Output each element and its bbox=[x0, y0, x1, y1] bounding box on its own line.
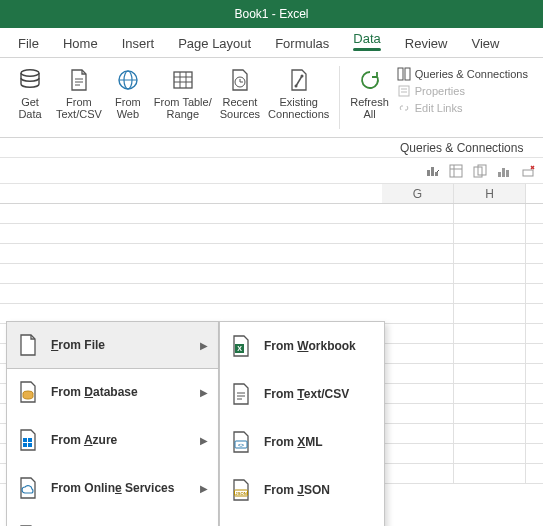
svg-rect-29 bbox=[502, 168, 505, 177]
database-file-icon bbox=[15, 379, 41, 405]
svg-rect-30 bbox=[506, 170, 509, 177]
properties-icon bbox=[397, 84, 411, 98]
menu-from-file[interactable]: From File ▶ bbox=[6, 321, 219, 369]
text-file-icon bbox=[65, 66, 93, 94]
from-text-csv-button[interactable]: From Text/CSV bbox=[52, 64, 106, 122]
recent-sources-button[interactable]: Recent Sources bbox=[216, 64, 264, 122]
ribbon-group-label-row: Queries & Connections bbox=[0, 138, 543, 158]
chevron-right-icon: ▶ bbox=[200, 483, 208, 494]
svg-rect-35 bbox=[23, 443, 27, 447]
svg-rect-34 bbox=[28, 438, 32, 442]
svg-rect-16 bbox=[405, 68, 410, 80]
cloud-icon bbox=[15, 475, 41, 501]
queries-connections-button[interactable]: Queries & Connections bbox=[395, 66, 530, 82]
json-file-icon: JSON bbox=[228, 477, 254, 503]
queries-connections-label: Queries & Connections bbox=[400, 141, 523, 155]
from-file-submenu: X From Workbook From Text/CSV <> From XM… bbox=[219, 321, 385, 526]
database-icon bbox=[16, 66, 44, 94]
column-header-g[interactable]: G bbox=[382, 184, 454, 203]
spreadsheet-grid[interactable]: G H From File ▶ From Database ▶ Fr bbox=[0, 184, 543, 526]
chevron-right-icon: ▶ bbox=[200, 387, 208, 398]
svg-point-0 bbox=[21, 70, 39, 76]
table-icon bbox=[169, 66, 197, 94]
svg-rect-33 bbox=[23, 438, 27, 442]
link-icon bbox=[397, 101, 411, 115]
connection-file-icon bbox=[285, 66, 313, 94]
svg-rect-28 bbox=[498, 172, 501, 177]
svg-rect-7 bbox=[174, 72, 192, 88]
xml-file-icon: <> bbox=[228, 429, 254, 455]
menu-from-other-sources[interactable]: From Other Sources ▶ bbox=[7, 512, 218, 526]
tab-review[interactable]: Review bbox=[393, 30, 460, 57]
globe-icon bbox=[114, 66, 142, 94]
title-bar: Book1 - Excel bbox=[0, 0, 543, 28]
tab-home[interactable]: Home bbox=[51, 30, 110, 57]
svg-rect-36 bbox=[28, 443, 32, 447]
svg-rect-21 bbox=[431, 167, 434, 176]
duplicate-icon[interactable] bbox=[473, 164, 487, 178]
from-web-button[interactable]: From Web bbox=[106, 64, 150, 122]
refresh-icon bbox=[356, 66, 384, 94]
properties-button: Properties bbox=[395, 83, 530, 99]
column-header-h[interactable]: H bbox=[454, 184, 526, 203]
refresh-all-button[interactable]: Refresh All bbox=[346, 64, 393, 122]
menu-from-text-csv[interactable]: From Text/CSV bbox=[220, 370, 384, 418]
tab-data[interactable]: Data bbox=[341, 25, 392, 57]
from-table-range-button[interactable]: From Table/ Range bbox=[150, 64, 216, 122]
ribbon-separator bbox=[339, 66, 340, 129]
tab-file[interactable]: File bbox=[6, 30, 51, 57]
ribbon-connections-list: Queries & Connections Properties Edit Li… bbox=[393, 66, 530, 116]
column-headers: G H bbox=[0, 184, 543, 204]
ribbon-group-queries-connections: Refresh All Queries & Connections Proper… bbox=[342, 62, 534, 137]
existing-connections-button[interactable]: Existing Connections bbox=[264, 64, 333, 122]
column-chart-icon[interactable] bbox=[497, 164, 511, 178]
menu-from-folder[interactable]: From Folder bbox=[220, 514, 384, 526]
menu-from-workbook[interactable]: X From Workbook bbox=[220, 322, 384, 370]
menu-from-online-services[interactable]: From Online Services ▶ bbox=[7, 464, 218, 512]
svg-rect-15 bbox=[398, 68, 403, 80]
ribbon: Get Data From Text/CSV From Web From Tab… bbox=[0, 58, 543, 138]
svg-rect-22 bbox=[435, 172, 438, 176]
menu-from-xml[interactable]: <> From XML bbox=[220, 418, 384, 466]
chevron-right-icon: ▶ bbox=[200, 435, 208, 446]
svg-text:X: X bbox=[237, 345, 242, 352]
svg-text:JSON: JSON bbox=[235, 491, 246, 496]
svg-point-14 bbox=[300, 75, 303, 78]
file-icon bbox=[15, 332, 41, 358]
get-data-menu: From File ▶ From Database ▶ From Azure ▶… bbox=[6, 321, 219, 526]
menu-from-json[interactable]: JSON From JSON bbox=[220, 466, 384, 514]
svg-text:<>: <> bbox=[238, 442, 244, 448]
title-text: Book1 - Excel bbox=[234, 7, 308, 21]
chart-icon[interactable] bbox=[425, 164, 439, 178]
get-data-button[interactable]: Get Data bbox=[8, 64, 52, 122]
quick-access-row bbox=[0, 158, 543, 184]
edit-links-button: Edit Links bbox=[395, 100, 530, 116]
svg-point-13 bbox=[294, 85, 297, 88]
svg-rect-23 bbox=[450, 165, 462, 177]
chevron-right-icon: ▶ bbox=[200, 340, 208, 351]
ribbon-tab-row: File Home Insert Page Layout Formulas Da… bbox=[0, 28, 543, 58]
tab-page-layout[interactable]: Page Layout bbox=[166, 30, 263, 57]
svg-rect-31 bbox=[523, 170, 533, 176]
ribbon-group-get-transform: Get Data From Text/CSV From Web From Tab… bbox=[4, 62, 337, 137]
clear-icon[interactable] bbox=[521, 164, 535, 178]
pivot-icon[interactable] bbox=[449, 164, 463, 178]
tab-view[interactable]: View bbox=[459, 30, 511, 57]
queries-icon bbox=[397, 67, 411, 81]
tab-insert[interactable]: Insert bbox=[110, 30, 167, 57]
excel-file-icon: X bbox=[228, 333, 254, 359]
menu-from-azure[interactable]: From Azure ▶ bbox=[7, 416, 218, 464]
svg-rect-20 bbox=[427, 170, 430, 176]
azure-icon bbox=[15, 427, 41, 453]
menu-from-database[interactable]: From Database ▶ bbox=[7, 368, 218, 416]
tab-formulas[interactable]: Formulas bbox=[263, 30, 341, 57]
text-file-icon bbox=[228, 381, 254, 407]
svg-rect-17 bbox=[399, 86, 409, 96]
clock-file-icon bbox=[226, 66, 254, 94]
